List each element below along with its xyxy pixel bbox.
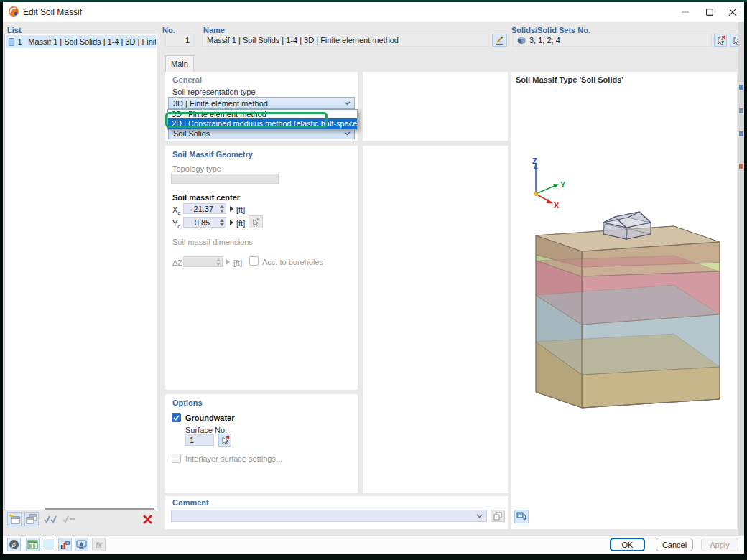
no-field[interactable]: 1 [165,34,194,47]
copy-window-icon [26,513,37,525]
solids-field[interactable]: 3; 1; 2; 4 [513,34,712,47]
ok-button[interactable]: OK [610,538,645,551]
horizontal-scrollbar-thumb[interactable] [45,508,154,510]
maximize-icon [706,9,713,16]
pick-center-button[interactable] [249,215,263,228]
info-button[interactable]: ρ [7,538,21,551]
annotation-highlight-box [165,112,328,128]
select-all-button[interactable] [43,512,59,526]
representation-label: Soil representation type [172,88,256,96]
geometry-section: Soil Massif Geometry Topology type Soil … [165,146,358,390]
minimize-icon [682,9,689,16]
comment-header: Comment [172,498,209,507]
window-title: Edit Soil Massif [23,7,82,17]
massif-list[interactable]: 1 Massif 1 | Soil Solids | 1-4 | 3D | Fi… [4,34,157,510]
list-item[interactable]: 1 Massif 1 | Soil Solids | 1-4 | 3D | Fi… [6,35,156,48]
delete-x-icon [143,515,152,524]
surface-no-field[interactable]: 1 [185,434,214,446]
comment-templates-button[interactable] [491,510,505,522]
chevron-down-icon [344,131,351,136]
soil-type-value: Soil Solids [173,129,210,138]
xc-label: Xc [172,205,180,216]
comment-combobox[interactable] [171,510,487,522]
secondary-panel-top [363,72,508,141]
strip-icon [739,164,743,169]
deselect-all-button[interactable] [62,512,78,526]
pointer-select-icon [221,435,230,445]
boreholes-checkbox[interactable] [249,256,259,266]
minimize-button[interactable] [674,2,697,22]
display-properties-button[interactable] [58,538,72,551]
axis-z-label: Z [532,157,537,165]
title-bar: Edit Soil Massif [3,2,744,22]
copy-massif-button[interactable] [24,512,39,526]
geometry-header: Soil Massif Geometry [172,150,253,159]
xc-unit: [ft] [236,205,245,214]
tab-main[interactable]: Main [165,55,194,72]
rename-button[interactable] [492,34,507,47]
representation-value: 3D | Finite element method [173,99,268,108]
groundwater-checkbox[interactable] [172,413,181,422]
color-swatch [43,539,54,550]
column-divider [25,35,26,48]
select-solids-button[interactable] [714,34,727,47]
dimensions-label: Soil massif dimensions [172,238,253,246]
chevron-down-icon [344,101,351,106]
solids-value: 3; 1; 2; 4 [529,36,560,45]
representation-combobox[interactable]: 3D | Finite element method [168,97,355,109]
app-icon [8,6,19,17]
yc-value: 0.85 [195,218,212,227]
close-icon [729,9,736,16]
strip-icon [739,131,743,136]
apply-button[interactable]: Apply [701,538,738,551]
boreholes-label: Acc. to boreholes [262,258,323,266]
color-swatch-button[interactable] [42,538,55,551]
xc-spinner[interactable] [220,205,226,213]
pointer-pick-icon [251,218,260,227]
dialog-footer: ρ [3,535,744,554]
toggle-render-button[interactable] [514,510,529,523]
select-surface-button[interactable] [218,434,231,447]
interlayer-checkbox[interactable] [172,454,181,463]
axis-x-label: X [554,201,560,210]
double-check-disabled-icon [62,514,77,524]
new-window-icon [9,513,20,525]
rename-pencil-icon [495,36,504,45]
svg-text:ρ: ρ [11,541,16,549]
apply-to-view-button[interactable] [75,538,88,551]
yc-detail-arrow[interactable] [230,220,233,225]
cancel-label: Cancel [662,541,687,549]
axis-triad: Z Y X [532,157,566,210]
new-massif-button[interactable] [7,512,22,526]
soil-massif-3d-view[interactable]: Z Y X [511,72,737,529]
options-header: Options [172,398,203,407]
close-button[interactable] [721,2,744,22]
double-check-icon [44,514,58,524]
units-settings-button[interactable] [26,538,40,551]
units-calculator-icon [27,539,38,550]
collapsed-panel-strip[interactable] [738,22,744,535]
yc-spinner[interactable] [220,219,226,226]
name-field[interactable]: Massif 1 | Soil Solids | 1-4 | 3D | Fini… [202,34,489,47]
dz-field [183,256,223,267]
chevron-down-icon [476,514,483,518]
xc-detail-arrow[interactable] [230,206,233,212]
topology-field [171,174,279,184]
xc-field[interactable]: -21.37 [183,203,226,214]
options-section: Options Groundwater Surface No. 1 Interl… [165,394,358,493]
topology-label: Topology type [172,164,221,173]
apply-label: Apply [710,541,730,549]
delete-massif-button[interactable] [139,512,155,526]
dz-spinner [216,258,222,266]
preview-panel: Soil Massif Type 'Soil Solids' Z Y X [511,72,737,529]
yc-field[interactable]: 0.85 [183,217,226,228]
maximize-button[interactable] [698,2,721,22]
center-label: Soil massif center [172,193,240,202]
formula-button[interactable]: fx [92,538,106,551]
cancel-button[interactable]: Cancel [656,538,693,551]
row-number: 1 [14,37,22,46]
building-wireframe [603,212,651,239]
rho-info-icon: ρ [9,539,19,550]
axis-y-label: Y [560,180,566,189]
monitor-icon [76,539,87,550]
